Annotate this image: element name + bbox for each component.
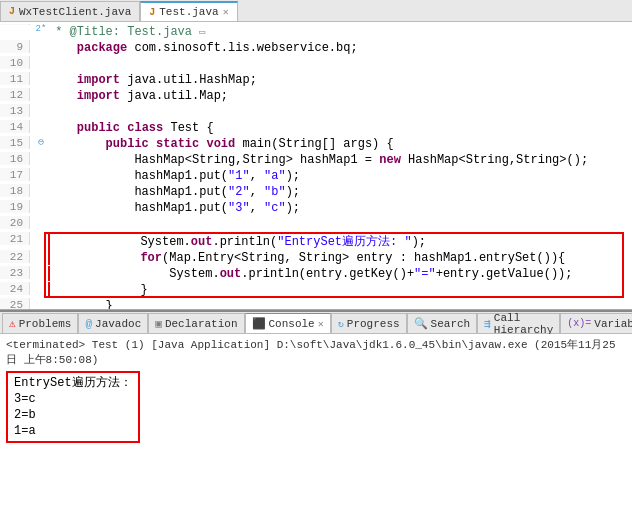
line-num: 17 — [0, 168, 30, 181]
tab-label-declaration: Declaration — [165, 318, 238, 330]
line-num: 11 — [0, 72, 30, 85]
line-num: 23 — [0, 266, 30, 279]
line-content: hashMap1.put("2", "b"); — [48, 184, 632, 199]
console-output-line-0: EntrySet遍历方法： — [14, 375, 132, 391]
tab-progress[interactable]: ↻ Progress — [331, 313, 407, 333]
callhierarchy-icon: ⇶ — [484, 317, 491, 330]
console-output-line-3: 1=a — [14, 423, 132, 439]
declaration-icon: ▣ — [155, 317, 162, 330]
tab-declaration[interactable]: ▣ Declaration — [148, 313, 244, 333]
line-marker: 2* — [34, 24, 48, 34]
tab-bar: J WxTestClient.java J Test.java ✕ — [0, 0, 632, 22]
line-num: 20 — [0, 216, 30, 229]
line-content: public class Test { — [48, 120, 632, 135]
code-line: 19 hashMap1.put("3", "c"); — [0, 200, 632, 216]
tab-label-wxtestclient: WxTestClient.java — [19, 6, 131, 18]
progress-icon: ↻ — [338, 318, 344, 330]
line-content: hashMap1.put("3", "c"); — [48, 200, 632, 215]
line-num: 24 — [0, 282, 30, 295]
line-content — [48, 104, 632, 105]
console-output-line-1: 3=c — [14, 391, 132, 407]
line-content — [48, 56, 632, 57]
code-line: 20 — [0, 216, 632, 232]
console-area: <terminated> Test (1) [Java Application]… — [0, 334, 632, 519]
tab-variables[interactable]: (x)= Variables — [560, 313, 632, 333]
tab-label-call-hierarchy: Call Hierarchy — [494, 312, 553, 336]
code-line: 14 public class Test { — [0, 120, 632, 136]
tab-label-variables: Variables — [594, 318, 632, 330]
bottom-panel: ⚠ Problems @ Javadoc ▣ Declaration ⬛ Con… — [0, 310, 632, 519]
tab-wxtestclient[interactable]: J WxTestClient.java — [0, 1, 140, 21]
code-line: 21 System.out.println("EntrySet遍历方法: "); — [0, 232, 632, 250]
tab-problems[interactable]: ⚠ Problems — [2, 313, 78, 333]
line-num: 18 — [0, 184, 30, 197]
search-icon: 🔍 — [414, 317, 428, 330]
line-content: for(Map.Entry<String, String> entry : ha… — [48, 250, 632, 265]
line-num: 14 — [0, 120, 30, 133]
code-line: 2* * @Title: Test.java ▭ — [0, 24, 632, 40]
code-line: 23 System.out.println(entry.getKey()+"="… — [0, 266, 632, 282]
bottom-tab-bar: ⚠ Problems @ Javadoc ▣ Declaration ⬛ Con… — [0, 312, 632, 334]
line-num: 12 — [0, 88, 30, 101]
code-line: 15 ⊖ public static void main(String[] ar… — [0, 136, 632, 152]
editor-container: J WxTestClient.java J Test.java ✕ 2* * @… — [0, 0, 632, 310]
close-icon[interactable]: ✕ — [223, 6, 229, 18]
line-content: HashMap<String,String> hashMap1 = new Ha… — [48, 152, 632, 167]
tab-console[interactable]: ⬛ Console ✕ — [245, 313, 331, 333]
tab-test[interactable]: J Test.java ✕ — [140, 1, 237, 21]
tab-javadoc[interactable]: @ Javadoc — [78, 313, 148, 333]
console-output-line-2: 2=b — [14, 407, 132, 423]
tab-label-test: Test.java — [159, 6, 218, 18]
console-icon: ⬛ — [252, 317, 266, 330]
tab-label-progress: Progress — [347, 318, 400, 330]
console-output-container: EntrySet遍历方法： 3=c 2=b 1=a — [6, 371, 626, 443]
console-output-box: EntrySet遍历方法： 3=c 2=b 1=a — [6, 371, 140, 443]
line-content: * @Title: Test.java ▭ — [48, 24, 632, 39]
line-content: package com.sinosoft.lis.webservice.bq; — [48, 40, 632, 55]
line-content: } — [48, 282, 632, 297]
code-line: 11 import java.util.HashMap; — [0, 72, 632, 88]
line-content: hashMap1.put("1", "a"); — [48, 168, 632, 183]
code-line: 16 HashMap<String,String> hashMap1 = new… — [0, 152, 632, 168]
line-num — [0, 24, 30, 25]
line-content: System.out.println("EntrySet遍历方法: "); — [48, 232, 632, 250]
code-line: 13 — [0, 104, 632, 120]
line-num: 10 — [0, 56, 30, 69]
line-content: import java.util.Map; — [48, 88, 632, 103]
line-num: 22 — [0, 250, 30, 263]
code-line: 17 hashMap1.put("1", "a"); — [0, 168, 632, 184]
tab-label-javadoc: Javadoc — [95, 318, 141, 330]
line-content: import java.util.HashMap; — [48, 72, 632, 87]
tab-label-problems: Problems — [19, 318, 72, 330]
line-num: 19 — [0, 200, 30, 213]
console-close-icon[interactable]: ✕ — [318, 318, 324, 330]
line-content — [48, 216, 632, 217]
code-line: 18 hashMap1.put("2", "b"); — [0, 184, 632, 200]
line-num: 21 — [0, 232, 30, 245]
console-status: <terminated> Test (1) [Java Application]… — [6, 337, 626, 367]
highlighted-block: 21 System.out.println("EntrySet遍历方法: ");… — [0, 232, 632, 298]
java-file-icon: J — [9, 6, 15, 17]
javadoc-icon: @ — [85, 318, 92, 330]
tab-label-console: Console — [269, 318, 315, 330]
line-num: 9 — [0, 40, 30, 53]
line-num: 25 — [0, 298, 30, 310]
java-file-icon-test: J — [149, 7, 155, 18]
line-num: 13 — [0, 104, 30, 117]
code-area: 2* * @Title: Test.java ▭ 9 package com.s… — [0, 22, 632, 310]
code-line: 22 for(Map.Entry<String, String> entry :… — [0, 250, 632, 266]
code-line: 24 } — [0, 282, 632, 298]
line-num: 15 — [0, 136, 30, 149]
line-marker: ⊖ — [34, 136, 48, 148]
line-content: System.out.println(entry.getKey()+"="+en… — [48, 266, 632, 281]
code-line: 9 package com.sinosoft.lis.webservice.bq… — [0, 40, 632, 56]
problems-icon: ⚠ — [9, 317, 16, 330]
code-line: 10 — [0, 56, 632, 72]
code-line: 12 import java.util.Map; — [0, 88, 632, 104]
tab-call-hierarchy[interactable]: ⇶ Call Hierarchy — [477, 313, 560, 333]
tab-label-search: Search — [431, 318, 471, 330]
code-line: 25 } — [0, 298, 632, 310]
tab-search[interactable]: 🔍 Search — [407, 313, 478, 333]
line-num: 16 — [0, 152, 30, 165]
line-content: } — [48, 298, 632, 310]
